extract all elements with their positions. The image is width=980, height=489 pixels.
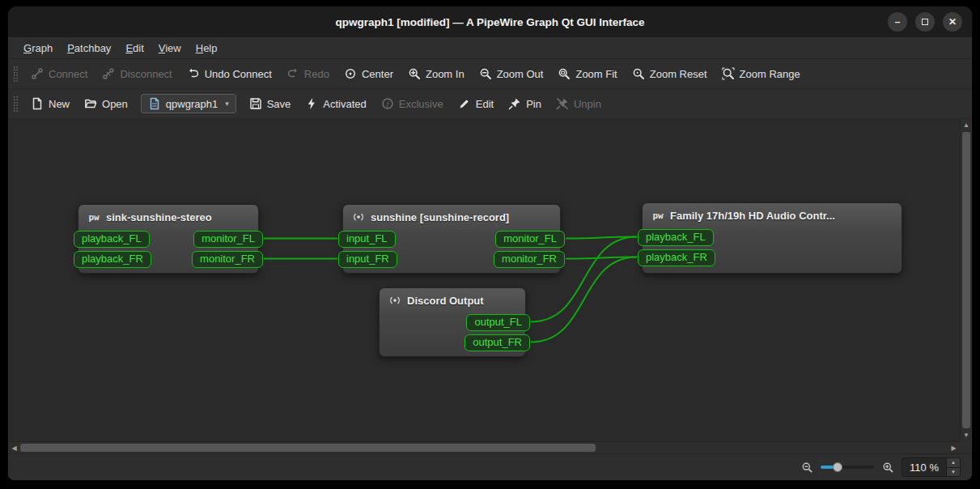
spin-arrows: ▲ ▼ [946,458,960,476]
center-icon [344,67,357,80]
port-output-fr[interactable]: output_FR [465,334,530,351]
port-playback-fl[interactable]: playback_FL [74,231,150,248]
chevron-down-icon: ▾ [225,100,229,108]
port-monitor-fr[interactable]: monitor_FR [192,251,263,268]
toolbar-pin-button[interactable]: Pin [501,93,549,114]
toolbar-redo-button: Redo [279,63,337,84]
zoom-range-icon [722,67,735,80]
zoom-reset-icon [632,67,645,80]
node-family[interactable]: pwFamily 17h/19h HD Audio Contr...playba… [642,202,902,274]
node-discord[interactable]: Discord Outputoutput_FLoutput_FR [379,287,526,357]
scroll-right-icon[interactable]: ▶ [948,442,960,453]
menu-patchbay[interactable]: Patchbay [60,39,118,57]
zoom-in-icon [408,67,421,80]
toolbar-main: ConnectDisconnectUndo ConnectRedoCenterZ… [8,59,972,89]
port-playback-fr[interactable]: playback_FR [74,251,151,268]
toolbar-zoom-fit-button[interactable]: Zoom Fit [550,63,624,84]
spin-up-icon[interactable]: ▲ [947,458,960,468]
toolbar-new-button[interactable]: New [23,93,77,114]
toolbar-open-button[interactable]: Open [77,93,135,114]
hscroll-thumb[interactable] [20,444,596,452]
save-icon [249,97,262,110]
spin-down-icon[interactable]: ▼ [947,468,960,477]
new-file-icon [31,97,44,110]
vertical-scrollbar[interactable]: ▲ ▼ [960,119,972,441]
disconnect-icon [102,67,115,80]
connections-layer [8,119,960,441]
toolbar-zoom-reset-button[interactable]: Zoom Reset [625,63,715,84]
edit-icon [458,97,471,110]
node-sink[interactable]: pwsink-sunshine-stereoplayback_FLplaybac… [78,204,259,274]
zoom-slider[interactable] [821,466,874,469]
toolbar-handle[interactable] [13,66,19,82]
connect-icon [31,67,44,80]
node-title: Discord Output [407,295,484,307]
hscroll-track [20,442,948,453]
node-header: Discord Output [380,288,525,313]
toolbar-activated-button[interactable]: Activated [298,93,373,114]
menu-bar: GraphPatchbayEditViewHelp [8,37,972,59]
toolbar-zoom-range-button[interactable]: Zoom Range [715,63,808,84]
title-bar[interactable]: qpwgraph1 [modified] — A PipeWire Graph … [8,6,972,37]
node-title: sink-sunshine-stereo [106,211,212,223]
menu-view[interactable]: View [151,39,189,57]
toolbar-zoom-in-button[interactable]: Zoom In [401,63,472,84]
graph-area[interactable]: pwsink-sunshine-stereoplayback_FLplaybac… [8,119,960,441]
window-controls: – ✕ [888,6,962,37]
toolbar-save-button[interactable]: Save [242,93,299,114]
exclusive-icon: f [381,97,394,110]
canvas-wrap: pwsink-sunshine-stereoplayback_FLplaybac… [8,119,972,453]
maximize-button[interactable] [915,12,935,32]
toolbar-unpin-button: Unpin [549,93,609,114]
scroll-left-icon[interactable]: ◀ [8,442,20,453]
port-playback-fr[interactable]: playback_FR [638,249,715,266]
zoom-out-small-icon[interactable] [800,461,813,474]
horizontal-scrollbar[interactable]: ◀ ▶ [8,441,960,453]
port-output-fl[interactable]: output_FL [466,314,530,331]
menu-graph[interactable]: Graph [16,39,60,57]
port-input-fr[interactable]: input_FR [338,251,397,268]
activated-icon [305,97,318,110]
node-header: pwFamily 17h/19h HD Audio Contr... [643,203,902,227]
zoom-out-icon [479,67,492,80]
toolbar-edit-button[interactable]: Edit [451,93,501,114]
pin-icon [508,97,521,110]
toolbar-qpwgraph1-combo[interactable]: qpwgraph1▾ [141,94,236,113]
maximize-icon [922,19,928,25]
app-window: qpwgraph1 [modified] — A PipeWire Graph … [7,6,973,481]
scroll-down-icon[interactable]: ▼ [961,429,972,441]
zoom-spinbox[interactable]: 110 % ▲ ▼ [902,457,961,477]
node-header: sunshine [sunshine-record] [343,205,560,229]
window-title: qpwgraph1 [modified] — A PipeWire Graph … [335,16,644,28]
port-input-fl[interactable]: input_FL [338,231,396,248]
zoom-slider-handle[interactable] [833,462,842,472]
toolbar-handle[interactable] [13,96,19,112]
toolbar-center-button[interactable]: Center [337,63,401,84]
toolbar-zoom-out-button[interactable]: Zoom Out [472,63,551,84]
undo-icon [187,67,200,80]
menu-edit[interactable]: Edit [118,39,151,57]
status-bar: 110 % ▲ ▼ [8,453,972,480]
svg-text:f: f [387,100,390,108]
toolbar-exclusive-button: fExclusive [374,93,451,114]
port-monitor-fl[interactable]: monitor_FL [193,231,263,248]
close-button[interactable]: ✕ [943,12,962,32]
redo-icon [286,67,299,80]
node-header: pwsink-sunshine-stereo [78,205,258,229]
port-playback-fl[interactable]: playback_FL [638,229,714,246]
menu-help[interactable]: Help [189,39,225,57]
node-title: Family 17h/19h HD Audio Contr... [670,210,835,222]
scroll-up-icon[interactable]: ▲ [961,119,972,131]
node-sunshine[interactable]: sunshine [sunshine-record]input_FLinput_… [342,204,561,274]
port-monitor-fl[interactable]: monitor_FL [495,231,565,248]
zoom-value[interactable]: 110 % [902,458,946,476]
scroll-corner [960,441,972,453]
vscroll-thumb[interactable] [962,132,970,428]
toolbar-undo-connect-button[interactable]: Undo Connect [180,63,279,84]
port-monitor-fr[interactable]: monitor_FR [494,251,565,268]
zoom-in-small-icon[interactable] [881,461,894,474]
minimize-button[interactable]: – [888,12,907,32]
pipewire-icon: pw [87,210,100,223]
toolbar-connect-button: Connect [23,63,95,84]
toolbar-disconnect-button: Disconnect [95,63,179,84]
